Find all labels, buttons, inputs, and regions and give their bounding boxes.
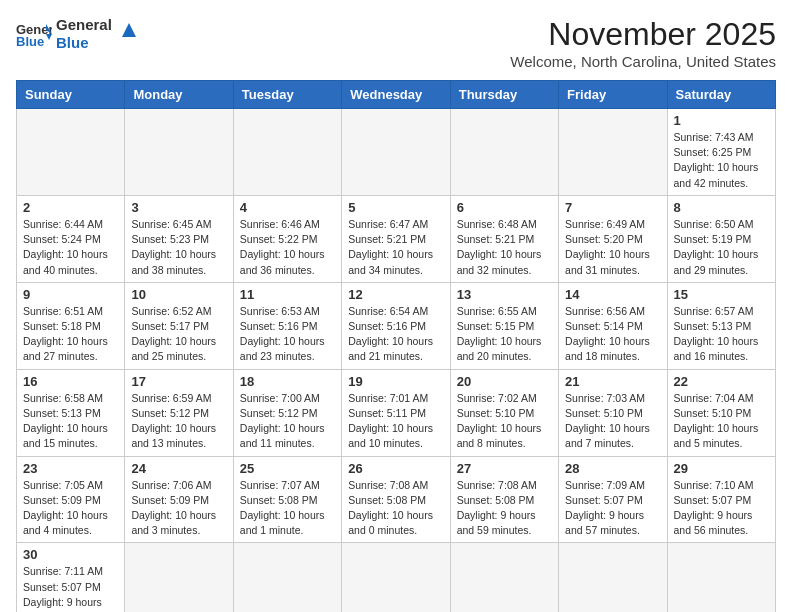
calendar-cell: [233, 543, 341, 612]
title-area: November 2025 Welcome, North Carolina, U…: [510, 16, 776, 70]
calendar-cell: 21Sunrise: 7:03 AM Sunset: 5:10 PM Dayli…: [559, 369, 667, 456]
calendar-cell: 1Sunrise: 7:43 AM Sunset: 6:25 PM Daylig…: [667, 109, 775, 196]
day-number: 6: [457, 200, 552, 215]
weekday-header: Monday: [125, 81, 233, 109]
page-header: General Blue General Blue November 2025 …: [16, 16, 776, 70]
day-info: Sunrise: 6:49 AM Sunset: 5:20 PM Dayligh…: [565, 217, 660, 278]
weekday-header: Friday: [559, 81, 667, 109]
calendar-cell: 9Sunrise: 6:51 AM Sunset: 5:18 PM Daylig…: [17, 282, 125, 369]
month-title: November 2025: [510, 16, 776, 53]
calendar-cell: 15Sunrise: 6:57 AM Sunset: 5:13 PM Dayli…: [667, 282, 775, 369]
calendar-week-row: 1Sunrise: 7:43 AM Sunset: 6:25 PM Daylig…: [17, 109, 776, 196]
calendar-cell: 8Sunrise: 6:50 AM Sunset: 5:19 PM Daylig…: [667, 195, 775, 282]
day-number: 19: [348, 374, 443, 389]
calendar-cell: 11Sunrise: 6:53 AM Sunset: 5:16 PM Dayli…: [233, 282, 341, 369]
calendar-cell: 22Sunrise: 7:04 AM Sunset: 5:10 PM Dayli…: [667, 369, 775, 456]
calendar-cell: [125, 543, 233, 612]
weekday-header: Wednesday: [342, 81, 450, 109]
day-info: Sunrise: 6:53 AM Sunset: 5:16 PM Dayligh…: [240, 304, 335, 365]
day-info: Sunrise: 7:05 AM Sunset: 5:09 PM Dayligh…: [23, 478, 118, 539]
calendar-cell: 6Sunrise: 6:48 AM Sunset: 5:21 PM Daylig…: [450, 195, 558, 282]
svg-marker-4: [122, 23, 136, 37]
location-title: Welcome, North Carolina, United States: [510, 53, 776, 70]
calendar-cell: 18Sunrise: 7:00 AM Sunset: 5:12 PM Dayli…: [233, 369, 341, 456]
day-info: Sunrise: 7:08 AM Sunset: 5:08 PM Dayligh…: [457, 478, 552, 539]
calendar-cell: 23Sunrise: 7:05 AM Sunset: 5:09 PM Dayli…: [17, 456, 125, 543]
day-info: Sunrise: 7:11 AM Sunset: 5:07 PM Dayligh…: [23, 564, 118, 612]
day-number: 30: [23, 547, 118, 562]
day-number: 20: [457, 374, 552, 389]
day-info: Sunrise: 7:06 AM Sunset: 5:09 PM Dayligh…: [131, 478, 226, 539]
day-number: 13: [457, 287, 552, 302]
calendar-week-row: 30Sunrise: 7:11 AM Sunset: 5:07 PM Dayli…: [17, 543, 776, 612]
day-info: Sunrise: 7:43 AM Sunset: 6:25 PM Dayligh…: [674, 130, 769, 191]
day-info: Sunrise: 6:48 AM Sunset: 5:21 PM Dayligh…: [457, 217, 552, 278]
logo-triangle-icon: [118, 19, 140, 41]
calendar-table: SundayMondayTuesdayWednesdayThursdayFrid…: [16, 80, 776, 612]
day-info: Sunrise: 6:55 AM Sunset: 5:15 PM Dayligh…: [457, 304, 552, 365]
calendar-cell: 12Sunrise: 6:54 AM Sunset: 5:16 PM Dayli…: [342, 282, 450, 369]
day-number: 7: [565, 200, 660, 215]
day-number: 11: [240, 287, 335, 302]
day-info: Sunrise: 6:52 AM Sunset: 5:17 PM Dayligh…: [131, 304, 226, 365]
calendar-cell: 29Sunrise: 7:10 AM Sunset: 5:07 PM Dayli…: [667, 456, 775, 543]
calendar-header-row: SundayMondayTuesdayWednesdayThursdayFrid…: [17, 81, 776, 109]
calendar-cell: 16Sunrise: 6:58 AM Sunset: 5:13 PM Dayli…: [17, 369, 125, 456]
logo: General Blue General Blue: [16, 16, 140, 52]
day-info: Sunrise: 7:00 AM Sunset: 5:12 PM Dayligh…: [240, 391, 335, 452]
day-info: Sunrise: 7:01 AM Sunset: 5:11 PM Dayligh…: [348, 391, 443, 452]
day-number: 4: [240, 200, 335, 215]
calendar-week-row: 9Sunrise: 6:51 AM Sunset: 5:18 PM Daylig…: [17, 282, 776, 369]
calendar-cell: [559, 543, 667, 612]
calendar-cell: 20Sunrise: 7:02 AM Sunset: 5:10 PM Dayli…: [450, 369, 558, 456]
calendar-cell: 24Sunrise: 7:06 AM Sunset: 5:09 PM Dayli…: [125, 456, 233, 543]
calendar-cell: 7Sunrise: 6:49 AM Sunset: 5:20 PM Daylig…: [559, 195, 667, 282]
day-info: Sunrise: 6:50 AM Sunset: 5:19 PM Dayligh…: [674, 217, 769, 278]
day-info: Sunrise: 6:47 AM Sunset: 5:21 PM Dayligh…: [348, 217, 443, 278]
calendar-week-row: 2Sunrise: 6:44 AM Sunset: 5:24 PM Daylig…: [17, 195, 776, 282]
day-number: 9: [23, 287, 118, 302]
calendar-cell: [342, 543, 450, 612]
calendar-cell: 4Sunrise: 6:46 AM Sunset: 5:22 PM Daylig…: [233, 195, 341, 282]
day-number: 28: [565, 461, 660, 476]
day-number: 22: [674, 374, 769, 389]
calendar-cell: 27Sunrise: 7:08 AM Sunset: 5:08 PM Dayli…: [450, 456, 558, 543]
weekday-header: Thursday: [450, 81, 558, 109]
calendar-cell: 10Sunrise: 6:52 AM Sunset: 5:17 PM Dayli…: [125, 282, 233, 369]
weekday-header: Saturday: [667, 81, 775, 109]
day-number: 12: [348, 287, 443, 302]
weekday-header: Tuesday: [233, 81, 341, 109]
day-info: Sunrise: 6:54 AM Sunset: 5:16 PM Dayligh…: [348, 304, 443, 365]
calendar-cell: [667, 543, 775, 612]
day-number: 18: [240, 374, 335, 389]
day-number: 14: [565, 287, 660, 302]
logo-icon: General Blue: [16, 20, 52, 48]
calendar-cell: [450, 109, 558, 196]
day-info: Sunrise: 6:57 AM Sunset: 5:13 PM Dayligh…: [674, 304, 769, 365]
day-info: Sunrise: 6:45 AM Sunset: 5:23 PM Dayligh…: [131, 217, 226, 278]
day-info: Sunrise: 7:04 AM Sunset: 5:10 PM Dayligh…: [674, 391, 769, 452]
day-number: 26: [348, 461, 443, 476]
calendar-cell: 14Sunrise: 6:56 AM Sunset: 5:14 PM Dayli…: [559, 282, 667, 369]
logo-general: General: [56, 16, 112, 34]
day-info: Sunrise: 6:44 AM Sunset: 5:24 PM Dayligh…: [23, 217, 118, 278]
calendar-cell: 19Sunrise: 7:01 AM Sunset: 5:11 PM Dayli…: [342, 369, 450, 456]
calendar-week-row: 16Sunrise: 6:58 AM Sunset: 5:13 PM Dayli…: [17, 369, 776, 456]
day-number: 2: [23, 200, 118, 215]
day-number: 15: [674, 287, 769, 302]
day-number: 29: [674, 461, 769, 476]
calendar-cell: [17, 109, 125, 196]
day-info: Sunrise: 7:02 AM Sunset: 5:10 PM Dayligh…: [457, 391, 552, 452]
calendar-cell: [559, 109, 667, 196]
day-number: 21: [565, 374, 660, 389]
calendar-week-row: 23Sunrise: 7:05 AM Sunset: 5:09 PM Dayli…: [17, 456, 776, 543]
day-number: 24: [131, 461, 226, 476]
svg-text:Blue: Blue: [16, 34, 44, 48]
day-number: 16: [23, 374, 118, 389]
svg-marker-3: [46, 34, 52, 40]
day-info: Sunrise: 7:09 AM Sunset: 5:07 PM Dayligh…: [565, 478, 660, 539]
calendar-cell: 5Sunrise: 6:47 AM Sunset: 5:21 PM Daylig…: [342, 195, 450, 282]
day-number: 25: [240, 461, 335, 476]
day-info: Sunrise: 6:58 AM Sunset: 5:13 PM Dayligh…: [23, 391, 118, 452]
calendar-cell: 25Sunrise: 7:07 AM Sunset: 5:08 PM Dayli…: [233, 456, 341, 543]
